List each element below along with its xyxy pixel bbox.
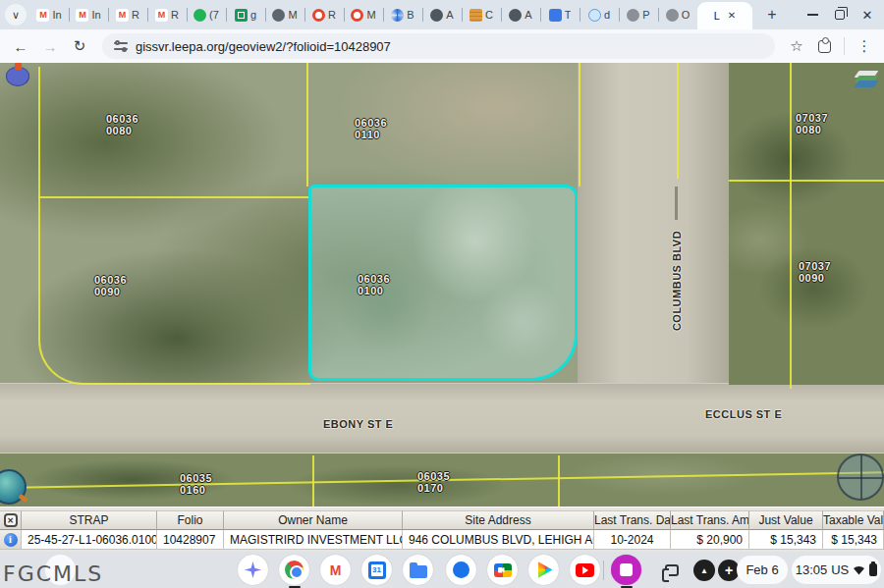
parcel-line [38, 196, 310, 198]
chromeos-screen: ∨ In In R R (7 g M R M B A C A T d P O L… [0, 0, 884, 588]
table-row[interactable]: i 25-45-27-L1-06036.0100 10428907 MAGIST… [0, 530, 884, 550]
browser-tab[interactable]: (7 [187, 0, 226, 29]
reload-button[interactable]: ↻ [67, 33, 92, 59]
parcel-line [579, 63, 580, 187]
grid-header-row: ✕ STRAP Folio Owner Name Site Address La… [0, 510, 884, 530]
shelf-app-chrome[interactable] [279, 555, 309, 585]
active-tab[interactable]: L ✕ [697, 2, 752, 29]
bookmark-button[interactable]: ☆ [785, 34, 808, 58]
column-header-strap[interactable]: STRAP [22, 510, 157, 530]
browser-tab[interactable]: R [147, 0, 187, 29]
info-icon: i [9, 534, 12, 545]
browser-tab[interactable]: C [462, 0, 501, 29]
browser-tab[interactable]: In [69, 0, 108, 29]
cell-folio: 10428907 [157, 530, 224, 550]
calendar-icon: 31 [368, 561, 386, 579]
column-header-site[interactable]: Site Address [403, 510, 594, 530]
tray-arrow-button[interactable]: ▲ [693, 560, 715, 581]
forward-button[interactable]: → [37, 33, 63, 59]
parcel-label: 060350170 [417, 471, 450, 494]
tab-title: R [132, 9, 139, 21]
road-centerline-dash [675, 187, 678, 220]
minimize-button[interactable] [803, 6, 821, 24]
browser-menu-button[interactable]: ⋮ [853, 34, 876, 58]
parcel-label: 060360080 [106, 114, 138, 136]
gis-aerial-map[interactable]: 060360080 060360110 070370080 060360090 … [0, 63, 884, 507]
column-header-taxable-value[interactable]: Taxable Value [823, 510, 884, 530]
map-pin-icon[interactable] [6, 67, 29, 86]
gmail-icon [76, 9, 88, 22]
shelf-app-screenshot[interactable] [611, 555, 641, 585]
extensions-button[interactable] [812, 34, 836, 58]
browser-tab[interactable]: T [540, 0, 580, 29]
close-window-button[interactable]: ✕ [858, 6, 876, 24]
minimize-icon [807, 14, 818, 16]
shelf-app-files[interactable] [403, 555, 433, 585]
tab-title: R [328, 9, 336, 21]
layers-icon[interactable] [855, 71, 878, 90]
shelf-app-play-store[interactable] [528, 555, 559, 585]
gear-icon [272, 9, 285, 22]
browser-tab[interactable]: M [344, 0, 383, 29]
column-header-folio[interactable]: Folio [157, 510, 224, 530]
star-icon: ☆ [790, 37, 802, 55]
shelf-app-calendar[interactable]: 31 [361, 555, 392, 585]
window-switcher-button[interactable] [658, 557, 685, 583]
keyboard-layout-text: US [831, 562, 849, 577]
shelf-app-gemini[interactable] [238, 555, 268, 585]
browser-tab[interactable]: O [658, 0, 697, 29]
address-bar[interactable]: gissvr.leepa.org/geoview2/?folioid=10428… [102, 33, 775, 59]
column-header-owner[interactable]: Owner Name [224, 510, 403, 530]
tab-title: R [171, 9, 179, 21]
back-button[interactable]: ← [8, 33, 33, 59]
close-tab-icon[interactable]: ✕ [728, 11, 736, 21]
restore-button[interactable] [831, 6, 849, 24]
browser-tab[interactable]: P [619, 0, 658, 29]
site-settings-icon[interactable] [114, 39, 128, 53]
column-header-just-value[interactable]: Just Value [749, 510, 823, 530]
browser-tab[interactable]: M [265, 0, 304, 29]
wifi-icon [853, 564, 865, 575]
globe-icon [627, 9, 639, 22]
info-button[interactable]: i [4, 533, 18, 547]
column-header-trans-amt[interactable]: Last Trans. Amt [671, 510, 749, 530]
close-icon: ✕ [7, 511, 14, 530]
browser-toolbar: ← → ↻ gissvr.leepa.org/geoview2/?folioid… [0, 29, 884, 63]
reload-icon: ↻ [74, 37, 86, 55]
video-camera-icon [494, 563, 512, 577]
street-label-ecclus: ECCLUS ST E [705, 408, 782, 420]
compass-icon[interactable] [837, 454, 884, 501]
parcel-line [306, 63, 308, 187]
browser-tab[interactable]: A [501, 0, 540, 29]
parcel-label: 070370080 [796, 113, 828, 135]
close-panel-button[interactable]: ✕ [4, 513, 18, 527]
browser-tab[interactable]: In [29, 0, 69, 29]
youtube-icon [576, 563, 594, 577]
browser-tab[interactable]: R [304, 0, 344, 29]
folder-icon [410, 565, 427, 578]
shelf-app-messages[interactable] [446, 555, 476, 585]
date-pill[interactable]: Feb 6 [737, 556, 788, 584]
browser-tab[interactable]: g [226, 0, 265, 29]
browser-tab[interactable]: B [383, 0, 422, 29]
shelf-app-gmail[interactable]: M [320, 555, 351, 585]
new-tab-button[interactable]: + [760, 3, 784, 27]
parcel-label: 060350160 [180, 473, 212, 496]
cell-trans-date: 10-2024 [594, 530, 671, 550]
tab-title: In [91, 9, 100, 21]
battery-icon [869, 563, 877, 576]
street-label-ebony: EBONY ST E [323, 418, 393, 430]
translate-icon [549, 9, 562, 22]
shelf-app-youtube[interactable] [570, 555, 600, 585]
column-header-trans-date[interactable]: Last Trans. Date [594, 510, 671, 530]
globe-icon [430, 9, 443, 22]
restore-icon [835, 10, 845, 20]
browser-tab[interactable]: d [580, 0, 619, 29]
tab-title: g [250, 9, 256, 21]
tab-search-button[interactable]: ∨ [5, 4, 27, 26]
browser-tab[interactable]: R [108, 0, 147, 29]
selected-parcel-highlight[interactable] [308, 185, 578, 381]
browser-tab[interactable]: A [422, 0, 462, 29]
shelf-app-meet[interactable] [487, 555, 518, 585]
status-tray[interactable]: 13:05 US [792, 556, 881, 584]
